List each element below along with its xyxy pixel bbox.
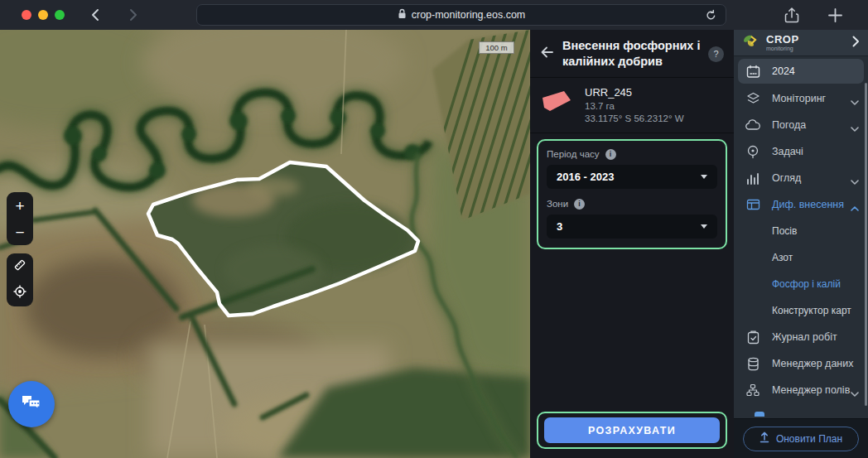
locate-icon[interactable] — [12, 284, 27, 302]
sidebar-subitem-phosphorus[interactable]: Фосфор і калій — [734, 271, 868, 297]
url-text: crop-monitoring.eos.com — [412, 9, 526, 21]
chevron-down-icon — [851, 176, 859, 187]
org-tree-icon — [745, 383, 760, 397]
tasks-pin-icon — [745, 145, 760, 159]
new-tab-icon[interactable] — [827, 7, 844, 27]
panel-back-icon[interactable] — [540, 46, 554, 62]
sidebar-item-monitoring[interactable]: Моніторинг — [734, 85, 868, 112]
cloud-icon — [745, 119, 760, 131]
crop-monitoring-logo-icon — [742, 33, 760, 53]
main-sidebar: CROP monitoring 2024 Моніторинг Погода — [734, 30, 868, 458]
sidebar-item-season[interactable]: 2024 — [738, 59, 864, 84]
chevron-down-icon — [701, 175, 707, 179]
sidebar-item-label: Моніторинг — [772, 93, 826, 104]
zones-value: 3 — [557, 220, 562, 233]
upload-icon — [760, 431, 769, 446]
field-shape-icon — [540, 89, 573, 123]
forward-icon[interactable] — [124, 7, 141, 27]
chevron-down-icon — [851, 388, 859, 399]
help-icon[interactable]: ? — [708, 46, 724, 62]
vra-panel: Внесення фосфорних і калійних добрив ? U… — [530, 30, 734, 458]
period-value: 2016 - 2023 — [557, 171, 614, 183]
sidebar-item-label: Огляд — [772, 172, 801, 184]
share-icon[interactable] — [784, 7, 800, 28]
database-icon — [745, 357, 760, 371]
window-close-button[interactable] — [22, 10, 31, 20]
sidebar-item-label: Журнал робіт — [772, 331, 837, 343]
zoom-out-button[interactable]: − — [15, 224, 24, 240]
chevron-down-icon — [851, 123, 859, 134]
zoom-controls: + − — [7, 192, 33, 245]
period-label: Період часу — [547, 149, 600, 159]
sidebar-item-label: Менеджер полів — [772, 384, 850, 396]
panel-header: Внесення фосфорних і калійних добрив ? — [530, 30, 734, 78]
upgrade-plan-label: Оновити План — [776, 433, 842, 445]
chevron-down-icon — [701, 224, 707, 229]
chevron-up-icon — [851, 202, 859, 214]
bar-chart-icon — [745, 172, 760, 185]
sidebar-item-work-log[interactable]: Журнал робіт — [734, 324, 868, 350]
sidebar-bottom-bar: Оновити План — [734, 418, 868, 458]
sidebar-item-label: Задачі — [772, 146, 803, 157]
chevron-down-icon — [851, 96, 859, 108]
sidebar-item-label: 2024 — [772, 65, 795, 77]
sidebar-item-vra[interactable]: Диф. внесення — [734, 191, 868, 218]
window-zoom-button[interactable] — [55, 10, 65, 20]
sidebar-item-label: Менеджер даних — [772, 358, 854, 369]
zones-info-icon[interactable]: i — [574, 199, 585, 210]
zones-label: Зони — [547, 199, 568, 209]
field-name: URR_245 — [585, 86, 684, 99]
brand-subtitle: monitoring — [766, 46, 799, 51]
measure-ruler-icon[interactable] — [12, 258, 27, 276]
zones-select[interactable]: 3 — [547, 215, 717, 239]
zoom-in-button[interactable]: + — [15, 198, 24, 214]
calendar-icon — [745, 65, 760, 79]
partially-hidden-item-icon — [755, 412, 764, 417]
sidebar-subitem-nitrogen[interactable]: Азот — [734, 244, 868, 271]
clipboard-check-icon — [745, 330, 760, 345]
sidebar-item-data-manager[interactable]: Менеджер даних — [734, 350, 868, 377]
satellite-imagery — [0, 30, 530, 458]
refresh-icon[interactable] — [705, 9, 717, 25]
period-select[interactable]: 2016 - 2023 — [547, 165, 717, 189]
sidebar-item-label: Погода — [772, 119, 806, 131]
window-minimize-button[interactable] — [38, 10, 48, 20]
back-icon[interactable] — [88, 7, 104, 27]
collapse-chevron-icon[interactable] — [852, 36, 860, 51]
sidebar-item-weather[interactable]: Погода — [734, 112, 868, 138]
satellite-map[interactable]: 100 m + − — [0, 30, 530, 458]
chat-bubbles-icon — [21, 393, 42, 416]
brand-name: CROP — [766, 34, 799, 45]
sidebar-item-overview[interactable]: Огляд — [734, 165, 868, 191]
sidebar-item-label: Диф. внесення — [772, 199, 844, 210]
period-info-icon[interactable]: i — [605, 149, 616, 160]
sidebar-subitem-map-builder[interactable]: Конструктор карт — [734, 297, 868, 324]
calculate-highlight-box: РОЗРАХУВАТИ — [537, 412, 727, 449]
browser-chrome: crop-monitoring.eos.com — [0, 0, 868, 30]
sidebar-item-tasks[interactable]: Задачі — [734, 138, 868, 165]
field-coords: 33.1175° S 56.2312° W — [585, 113, 684, 123]
sidebar-scrollbar[interactable] — [865, 83, 867, 406]
chat-support-button[interactable] — [8, 381, 55, 427]
vra-grid-icon — [745, 199, 760, 210]
scale-bar: 100 m — [479, 41, 514, 54]
field-area: 13.7 га — [585, 101, 684, 111]
form-highlight-box: Період часу i 2016 - 2023 Зони i 3 — [537, 139, 727, 249]
lock-icon — [398, 7, 407, 22]
upgrade-plan-button[interactable]: Оновити План — [743, 427, 859, 451]
panel-title: Внесення фосфорних і калійних добрив — [562, 38, 700, 70]
sidebar-item-field-manager[interactable]: Менеджер полів — [734, 377, 868, 403]
calculate-button[interactable]: РОЗРАХУВАТИ — [544, 417, 720, 443]
map-tools — [7, 253, 33, 306]
brand-bar: CROP monitoring — [734, 30, 868, 56]
layers-icon — [745, 92, 760, 105]
field-info-row[interactable]: URR_245 13.7 га 33.1175° S 56.2312° W — [530, 78, 734, 133]
sidebar-subitem-sowing[interactable]: Посів — [734, 218, 868, 244]
address-bar[interactable]: crop-monitoring.eos.com — [196, 4, 726, 26]
